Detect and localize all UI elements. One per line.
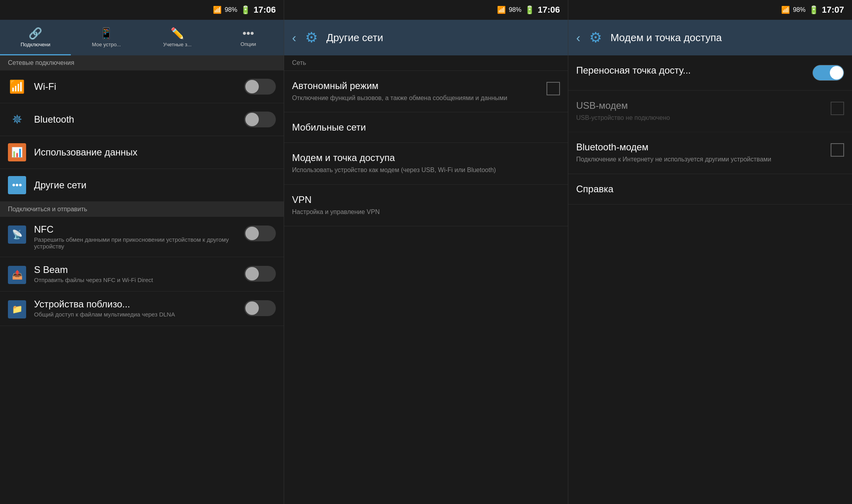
bluetooth-item[interactable]: ✵ Bluetooth (0, 103, 284, 136)
section-net-2: Сеть (284, 55, 568, 71)
wifi-icon: 📶 (8, 78, 26, 96)
usbmodem-item[interactable]: USB-модем USB-устройство не подключено (568, 91, 852, 132)
hotspot-toggle[interactable] (812, 65, 844, 81)
autonomous-checkbox[interactable] (546, 82, 560, 95)
tab-options-icon: ••• (243, 27, 254, 40)
data-usage-title: Использование данных (34, 147, 276, 158)
vpn-item[interactable]: VPN Настройка и управление VPN (284, 185, 568, 226)
bluetooth-icon: ✵ (8, 110, 26, 129)
nfc-subtitle: Разрешить обмен данными при прикосновени… (34, 236, 236, 250)
usbmodem-subtitle: USB-устройство не подключено (576, 114, 824, 122)
nearby-item[interactable]: 📁 Устройства поблизо... Общий доступ к ф… (0, 292, 284, 326)
usbmodem-checkbox[interactable] (831, 102, 844, 115)
tab-connections[interactable]: 🔗 Подключени (0, 20, 71, 55)
autonomous-subtitle: Отключение функций вызовов, а также обме… (292, 94, 540, 102)
signal-icon-2: 📶 (497, 6, 506, 14)
wifi-title: Wi-Fi (34, 81, 236, 92)
nfc-item[interactable]: 📡 NFC Разрешить обмен данными при прикос… (0, 217, 284, 257)
other-networks-text: Другие сети (34, 180, 276, 191)
nfc-text: NFC Разрешить обмен данными при прикосно… (34, 224, 236, 250)
data-usage-item[interactable]: 📊 Использование данных (0, 136, 284, 169)
hotspot-content: Переносная точка досту... (576, 65, 812, 76)
hotspot-toggle-knob (830, 66, 843, 80)
back-button-2[interactable]: ‹ (292, 30, 296, 45)
status-bar-3: 📶 98% 🔋 17:07 (568, 0, 852, 20)
panel1-scroll: Сетевые подключения 📶 Wi-Fi ✵ Bluetooth (0, 55, 284, 504)
back-button-3[interactable]: ‹ (576, 30, 581, 45)
tab-mydevice-label: Мое устро... (92, 42, 121, 47)
btmodem-checkbox[interactable] (831, 143, 844, 157)
wifi-item[interactable]: 📶 Wi-Fi (0, 70, 284, 103)
other-networks-item[interactable]: ••• Другие сети (0, 169, 284, 202)
battery-3: 98% (793, 6, 806, 13)
nearby-title: Устройства поблизо... (34, 299, 236, 310)
page-header-2: ‹ ⚙ Другие сети (284, 20, 568, 55)
autonomous-content: Автономный режим Отключение функций вызо… (292, 80, 540, 102)
mobile-item[interactable]: Мобильные сети (284, 112, 568, 143)
panel2-scroll: Сеть Автономный режим Отключение функций… (284, 55, 568, 504)
sbeam-toggle[interactable] (244, 266, 276, 282)
tab-options[interactable]: ••• Опции (213, 20, 284, 55)
panel-other-networks: 📶 98% 🔋 17:06 ‹ ⚙ Другие сети Сеть Автон… (284, 0, 568, 504)
vpn-subtitle: Настройка и управление VPN (292, 208, 560, 216)
sbeam-subtitle: Отправить файлы через NFC и Wi-Fi Direct (34, 277, 236, 283)
mobile-content: Мобильные сети (292, 122, 560, 133)
signal-icon-1: 📶 (213, 6, 222, 14)
nearby-subtitle: Общий доступ к файлам мультимедиа через … (34, 311, 236, 318)
modem-item[interactable]: Модем и точка доступа Использовать устро… (284, 143, 568, 184)
tab-mydevice[interactable]: 📱 Мое устро... (71, 20, 142, 55)
btmodem-title: Bluetooth-модем (576, 142, 824, 153)
sbeam-toggle-knob (245, 267, 259, 280)
autonomous-item[interactable]: Автономный режим Отключение функций вызо… (284, 71, 568, 112)
battery-1: 98% (225, 6, 237, 13)
page-header-3: ‹ ⚙ Модем и точка доступа (568, 20, 852, 55)
hotspot-title: Переносная точка досту... (576, 65, 812, 76)
modem-subtitle: Использовать устройство как модем (через… (292, 166, 560, 174)
other-networks-title: Другие сети (34, 180, 276, 191)
status-bar-1: 📶 98% 🔋 17:06 (0, 0, 284, 20)
btmodem-subtitle: Подключение к Интернету не используется … (576, 155, 824, 164)
help-content: Справка (576, 184, 844, 195)
section-connect: Подключиться и отправить (0, 202, 284, 217)
panel3-scroll: Переносная точка досту... USB-модем USB-… (568, 55, 852, 504)
panel-connections: 📶 98% 🔋 17:06 🔗 Подключени 📱 Мое устро..… (0, 0, 284, 504)
tab-accounts[interactable]: ✏️ Учетные з... (142, 20, 213, 55)
bluetooth-toggle[interactable] (244, 112, 276, 127)
help-item[interactable]: Справка (568, 174, 852, 205)
battery-icon-2: 🔋 (525, 5, 535, 15)
nearby-toggle-knob (245, 301, 259, 315)
wifi-toggle[interactable] (244, 79, 276, 95)
nearby-icon: 📁 (8, 300, 26, 318)
section-network: Сетевые подключения (0, 55, 284, 70)
tab-connections-label: Подключени (21, 42, 50, 47)
battery-icon-3: 🔋 (809, 5, 819, 15)
btmodem-item[interactable]: Bluetooth-модем Подключение к Интернету … (568, 132, 852, 174)
bluetooth-text: Bluetooth (34, 114, 236, 125)
sbeam-item[interactable]: 📤 S Beam Отправить файлы через NFC и Wi-… (0, 257, 284, 292)
tab-bar-1: 🔗 Подключени 📱 Мое устро... ✏️ Учетные з… (0, 20, 284, 55)
tab-mydevice-icon: 📱 (99, 27, 113, 40)
nearby-text: Устройства поблизо... Общий доступ к фай… (34, 299, 236, 318)
bluetooth-toggle-knob (245, 113, 259, 126)
sbeam-icon: 📤 (8, 266, 26, 284)
hotspot-item[interactable]: Переносная точка досту... (568, 55, 852, 91)
gear-icon-3: ⚙ (587, 29, 604, 46)
sbeam-title: S Beam (34, 264, 236, 275)
nfc-toggle[interactable] (244, 225, 276, 241)
modem-title: Модем и точка доступа (292, 152, 560, 163)
modem-content: Модем и точка доступа Использовать устро… (292, 152, 560, 174)
vpn-content: VPN Настройка и управление VPN (292, 194, 560, 216)
other-networks-icon: ••• (8, 176, 26, 194)
time-3: 17:07 (822, 5, 844, 15)
help-title: Справка (576, 184, 844, 195)
wifi-text: Wi-Fi (34, 81, 236, 92)
usbmodem-content: USB-модем USB-устройство не подключено (576, 100, 824, 122)
nearby-toggle[interactable] (244, 300, 276, 316)
status-bar-2: 📶 98% 🔋 17:06 (284, 0, 568, 20)
tab-accounts-icon: ✏️ (171, 27, 184, 40)
battery-icon-1: 🔋 (241, 5, 250, 15)
vpn-title: VPN (292, 194, 560, 205)
nfc-icon: 📡 (8, 225, 26, 244)
autonomous-title: Автономный режим (292, 80, 540, 91)
bluetooth-title: Bluetooth (34, 114, 236, 125)
